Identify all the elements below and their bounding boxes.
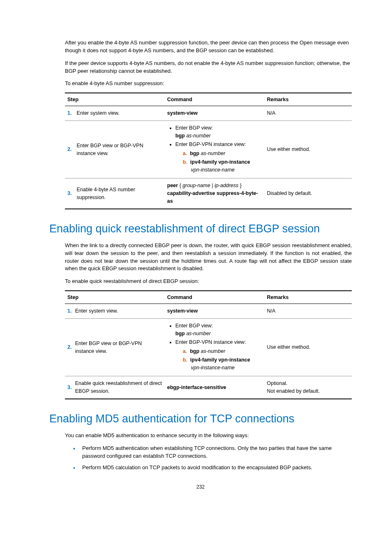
section-body: You can enable MD5 authentication to enh… [65,432,352,440]
command-list: Enter BGP view: bgp as-number Enter BGP-… [167,124,262,174]
list-item: b. ipv4-family vpn-instancevpn-instance-… [183,356,262,372]
intro-block: After you enable the 4-byte AS number su… [65,39,352,88]
arg: as-number [186,331,211,336]
cmd: capability-advertise suppress-4-byte-as [167,190,258,204]
label: b. [183,357,187,363]
step-number: 2. [65,318,73,376]
command-text: ebgp-interface-sensitive [167,385,226,390]
suppression-table: Step Command Remarks 1. Enter system vie… [65,93,352,209]
paragraph: If the peer device supports 4-byte AS nu… [65,60,352,75]
list-item: Enter BGP-VPN instance view: a. bgp as-n… [175,338,262,371]
list-item: a. bgp as-number [183,150,262,158]
label: a. [183,151,187,156]
table-wrapper: Step Command Remarks 1. Enter system vie… [65,93,352,209]
step-number: 1. [65,106,74,121]
paragraph: To enable 4-byte AS number suppression: [65,80,352,88]
step-number: 3. [65,178,74,209]
arg: as-number [201,151,226,156]
list-item: b. ipv4-family vpn-instancevpn-instance-… [183,158,262,174]
label: a. [183,348,187,354]
cmd: bgp [175,331,185,336]
remarks-cell: Use either method. [265,121,352,178]
arg: as-number [201,348,226,354]
table-header-row: Step Command Remarks [65,291,352,304]
th-step: Step [65,291,165,304]
step-desc: Enter BGP view or BGP-VPN instance view. [74,121,164,178]
th-command: Command [165,291,265,304]
step-number: 2. [65,121,74,178]
label: b. [183,159,187,165]
arg: as-number [186,133,211,139]
text: Enter BGP view: [175,125,213,131]
text: Optional. [267,380,288,386]
table-wrapper: Step Command Remarks 1. Enter system vie… [65,290,352,399]
list-item: a. bgp as-number [183,348,262,355]
th-step: Step [65,93,165,106]
list-item: Enter BGP view: bgp as-number [175,322,262,338]
list-item: Perform MD5 calculation on TCP packets t… [73,464,352,472]
sub-list: a. bgp as-number b. ipv4-family vpn-inst… [175,348,262,371]
document-page: After you enable the 4-byte AS number su… [0,0,392,506]
cmd: bgp [190,151,199,156]
table-row: 3. Enable 4-byte AS number suppression. … [65,178,352,209]
cmd: bgp [175,133,185,139]
text: Not enabled by default. [267,388,320,394]
step-desc: Enter system view. [73,304,165,319]
step-number: 3. [65,376,73,399]
cmd: ipv4-family vpn-instance [190,159,250,165]
command-cell: Enter BGP view: bgp as-number Enter BGP-… [165,318,265,376]
section-body: When the link to a directly connected EB… [65,242,352,285]
arg: ip-address [214,183,238,188]
th-remarks: Remarks [265,93,352,106]
table-row: 1. Enter system view. system-view N/A [65,304,352,319]
text: Enter BGP view: [175,323,213,329]
remarks-cell: N/A [265,106,352,121]
table-row: 3. Enable quick reestablishment of direc… [65,376,352,399]
paragraph: You can enable MD5 authentication to enh… [65,432,352,440]
th-remarks: Remarks [265,291,352,304]
text: Enter BGP-VPN instance view: [175,141,246,147]
paragraph: After you enable the 4-byte AS number su… [65,39,352,55]
section-heading-ebgp: Enabling quick reestablishment of direct… [49,222,352,236]
command-text: system-view [167,110,198,116]
remarks-cell: Disabled by default. [265,178,352,209]
remarks-cell: N/A [265,304,352,319]
cmd: peer [167,183,178,188]
list-item: Enter BGP view: bgp as-number [175,124,262,140]
table-row: 1. Enter system view. system-view N/A [65,106,352,121]
ebgp-table: Step Command Remarks 1. Enter system vie… [65,290,352,399]
list-item: Perform MD5 authentication when establis… [73,445,352,460]
step-desc: Enable quick reestablishment of direct E… [73,376,165,399]
command-cell: system-view [165,304,265,319]
sub-list: a. bgp as-number b. ipv4-family vpn-inst… [175,150,262,174]
command-list: Enter BGP view: bgp as-number Enter BGP-… [167,322,262,372]
cmd: ipv4-family vpn-instance [190,357,250,363]
table-header-row: Step Command Remarks [65,93,352,106]
step-desc: Enable 4-byte AS number suppression. [74,178,164,209]
command-cell: Enter BGP view: bgp as-number Enter BGP-… [165,121,265,178]
bullet-list: Perform MD5 authentication when establis… [49,445,352,472]
paragraph: To enable quick reestablishment of direc… [65,278,352,285]
section-heading-md5: Enabling MD5 authentication for TCP conn… [49,412,352,426]
step-desc: Enter BGP view or BGP-VPN instance view. [73,318,165,376]
command-cell: system-view [165,106,265,121]
paragraph: When the link to a directly connected EB… [65,242,352,273]
command-cell: peer { group-name | ip-address } capabil… [165,178,265,209]
table-row: 2. Enter BGP view or BGP-VPN instance vi… [65,121,352,178]
arg: vpn-instance-name [183,167,235,173]
text: Enter BGP-VPN instance view: [175,339,246,345]
list-item: Enter BGP-VPN instance view: a. bgp as-n… [175,141,262,174]
arg: group-name [182,183,210,188]
th-command: Command [165,93,265,106]
command-text: system-view [167,308,198,314]
remarks-cell: Use either method. [265,318,352,376]
page-number: 232 [49,484,352,490]
step-desc: Enter system view. [74,106,164,121]
command-cell: ebgp-interface-sensitive [165,376,265,399]
remarks-cell: Optional. Not enabled by default. [265,376,352,399]
table-row: 2. Enter BGP view or BGP-VPN instance vi… [65,318,352,376]
arg: vpn-instance-name [183,365,235,371]
step-number: 1. [65,304,73,319]
cmd: bgp [190,348,199,354]
